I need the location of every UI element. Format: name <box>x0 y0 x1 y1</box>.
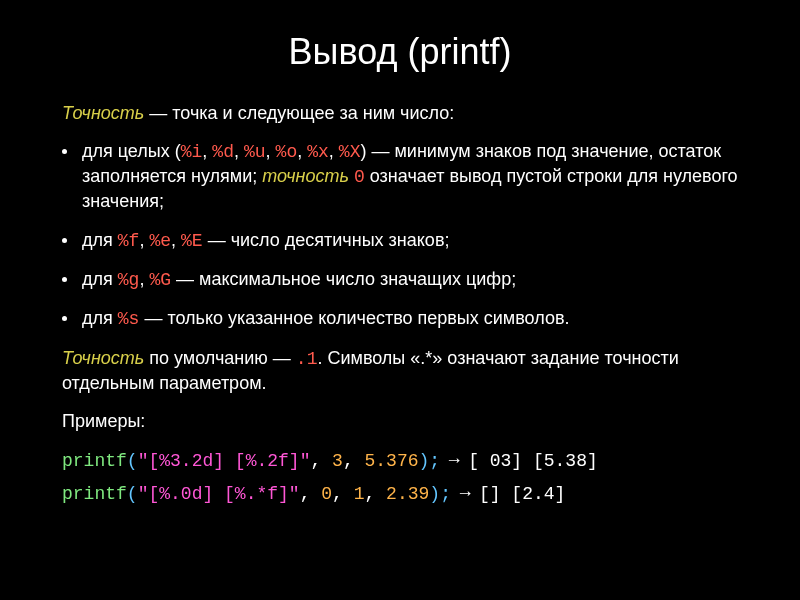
b4-tail: — только указанное количество первых сим… <box>139 308 569 328</box>
b2-pre: для <box>82 230 118 250</box>
ex1-sep1: , <box>310 451 332 471</box>
default-mid: по умолчанию — <box>144 348 296 368</box>
ex2-sep3: , <box>365 484 387 504</box>
b1-sp4: %o <box>276 142 298 162</box>
examples-label: Примеры: <box>62 409 756 433</box>
ex1-open: ( <box>127 451 138 471</box>
bullet-list: для целых (%i, %d, %u, %o, %x, %X) — мин… <box>44 139 756 332</box>
intro-line: Точность — точка и следующее за ним числ… <box>62 101 756 125</box>
ex2-sep2: , <box>332 484 354 504</box>
default-term: Точность <box>62 348 144 368</box>
ex2-close: ); <box>429 484 451 504</box>
b4-pre: для <box>82 308 118 328</box>
term-precision: Точность <box>62 103 144 123</box>
bullet-1: для целых (%i, %d, %u, %o, %x, %X) — мин… <box>62 139 756 214</box>
slide-title: Вывод (printf) <box>44 28 756 77</box>
ex2-out: [] [2.4] <box>479 484 565 504</box>
example-1: printf("[%3.2d] [%.2f]", 3, 5.376); → [ … <box>62 448 756 473</box>
b2-sp1: %f <box>118 231 140 251</box>
ex2-open: ( <box>127 484 138 504</box>
b2-sp2: %e <box>149 231 171 251</box>
default-val: .1 <box>296 349 318 369</box>
ex2-n3: 2.39 <box>386 484 429 504</box>
ex2-n1: 0 <box>321 484 332 504</box>
b3-tail: — максимальное число значащих цифр; <box>171 269 516 289</box>
ex1-sep2: , <box>343 451 365 471</box>
b3-sp2: %G <box>149 270 171 290</box>
b1-sp3: %u <box>244 142 266 162</box>
slide: Вывод (printf) Точность — точка и следую… <box>0 0 800 600</box>
b1-sp5: %x <box>307 142 329 162</box>
ex2-arrow: → <box>451 483 479 503</box>
b1-zero: 0 <box>354 167 365 187</box>
b1-pre: для целых ( <box>82 141 181 161</box>
example-2: printf("[%.0d] [%.*f]", 0, 1, 2.39); → [… <box>62 481 756 506</box>
bullet-2: для %f, %e, %E — число десятичных знаков… <box>62 228 756 253</box>
ex2-fn: printf <box>62 484 127 504</box>
ex1-out: [ 03] [5.38] <box>468 451 598 471</box>
ex1-fn: printf <box>62 451 127 471</box>
b4-sp1: %s <box>118 309 140 329</box>
b1-term: точность <box>262 166 349 186</box>
bullet-4: для %s — только указанное количество пер… <box>62 306 756 331</box>
ex2-n2: 1 <box>354 484 365 504</box>
ex2-sep1: , <box>300 484 322 504</box>
b2-sp3: %E <box>181 231 203 251</box>
ex1-close: ); <box>419 451 441 471</box>
ex1-str: "[%3.2d] [%.2f]" <box>138 451 311 471</box>
b1-sp1: %i <box>181 142 203 162</box>
ex1-arrow: → <box>440 450 468 470</box>
default-line: Точность по умолчанию — .1. Символы «.*»… <box>62 346 756 396</box>
intro-tail: — точка и следующее за ним число: <box>144 103 454 123</box>
b2-tail: — число десятичных знаков; <box>203 230 450 250</box>
b3-pre: для <box>82 269 118 289</box>
b3-sp1: %g <box>118 270 140 290</box>
bullet-3: для %g, %G — максимальное число значащих… <box>62 267 756 292</box>
b1-sp6: %X <box>339 142 361 162</box>
b1-sp2: %d <box>212 142 234 162</box>
ex1-n2: 5.376 <box>364 451 418 471</box>
ex1-n1: 3 <box>332 451 343 471</box>
ex2-str: "[%.0d] [%.*f]" <box>138 484 300 504</box>
